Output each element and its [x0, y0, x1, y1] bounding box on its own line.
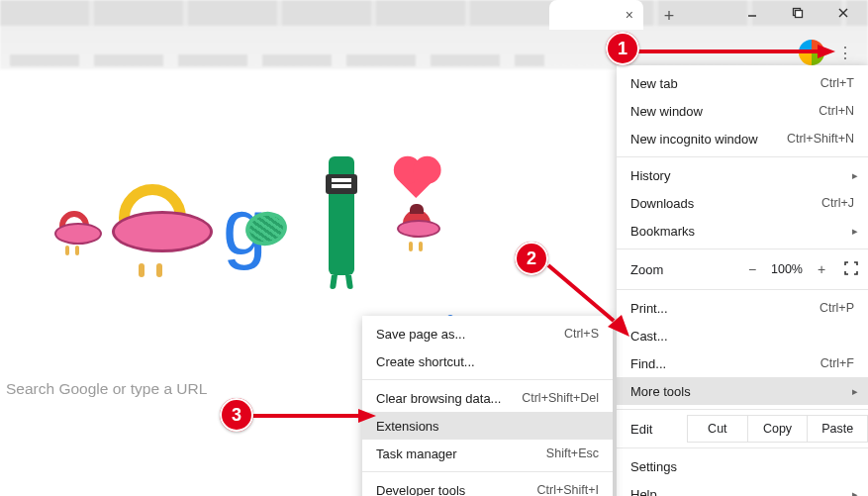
doodle-letter [403, 210, 431, 238]
menu-separator [617, 447, 868, 448]
heart-icon [398, 160, 435, 198]
menu-item-more-tools[interactable]: More tools [617, 377, 868, 405]
menu-separator [617, 248, 868, 249]
omnibox-placeholder-text: Search Google or type a URL [6, 380, 207, 398]
menu-item-downloads[interactable]: DownloadsCtrl+J [617, 189, 868, 217]
edit-label: Edit [630, 422, 688, 437]
annotation-marker-3: 3 [220, 398, 253, 432]
edit-cut-button[interactable]: Cut [687, 415, 748, 443]
zoom-out-button[interactable]: − [737, 257, 767, 281]
menu-item-new-incognito[interactable]: New incognito windowCtrl+Shift+N [617, 125, 868, 152]
maximize-button[interactable] [777, 0, 819, 26]
doodle-letter [329, 156, 354, 275]
svg-rect-2 [796, 11, 803, 18]
minimize-button[interactable] [731, 0, 773, 26]
menu-item-help[interactable]: Help [617, 480, 868, 496]
menu-item-bookmarks[interactable]: Bookmarks [617, 217, 868, 245]
doodle-letter [59, 211, 89, 241]
new-tab-button[interactable]: + [658, 5, 680, 27]
menu-separator [362, 471, 613, 472]
menu-item-new-tab[interactable]: New tabCtrl+T [617, 69, 868, 97]
menu-item-find[interactable]: Find...Ctrl+F [617, 349, 868, 377]
omnibox-placeholder[interactable]: Search Google or type a URL [0, 369, 257, 409]
zoom-label: Zoom [630, 262, 737, 277]
menu-item-settings[interactable]: Settings [617, 452, 868, 480]
menu-separator [617, 289, 868, 290]
menu-separator [362, 379, 613, 380]
submenu-save-page[interactable]: Save page as...Ctrl+S [362, 320, 613, 347]
chrome-main-menu: New tabCtrl+T New windowCtrl+N New incog… [617, 65, 868, 496]
submenu-devtools[interactable]: Developer toolsCtrl+Shift+I [362, 476, 613, 496]
submenu-extensions[interactable]: Extensions [362, 412, 613, 440]
close-window-button[interactable] [822, 0, 864, 26]
menu-item-print[interactable]: Print...Ctrl+P [617, 294, 868, 322]
edit-copy-button[interactable]: Copy [747, 415, 809, 443]
google-doodle[interactable]: g [0, 166, 554, 295]
submenu-task-manager[interactable]: Task managerShift+Esc [362, 440, 613, 467]
submenu-create-shortcut[interactable]: Create shortcut... [362, 347, 613, 375]
menu-item-history[interactable]: History [617, 161, 868, 189]
more-tools-submenu: Save page as...Ctrl+S Create shortcut...… [362, 316, 613, 496]
menu-item-cast[interactable]: Cast... [617, 322, 868, 349]
close-tab-icon[interactable]: × [626, 7, 633, 23]
annotation-marker-1: 1 [606, 32, 639, 65]
profile-avatar[interactable] [799, 40, 824, 65]
chrome-menu-button[interactable] [834, 42, 856, 63]
fullscreen-button[interactable] [844, 261, 858, 278]
edit-paste-button[interactable]: Paste [807, 415, 868, 443]
active-tab[interactable]: × [549, 0, 643, 30]
menu-separator [617, 156, 868, 157]
zoom-in-button[interactable]: + [807, 257, 836, 281]
menu-zoom-row: Zoom − 100% + [617, 253, 868, 285]
submenu-clear-data[interactable]: Clear browsing data...Ctrl+Shift+Del [362, 384, 613, 412]
menu-item-new-window[interactable]: New windowCtrl+N [617, 97, 868, 125]
zoom-value: 100% [767, 262, 807, 276]
menu-edit-row: Edit Cut Copy Paste [617, 414, 868, 444]
annotation-marker-2: 2 [515, 242, 548, 275]
window-controls [731, 0, 864, 26]
doodle-letter [119, 184, 186, 251]
menu-separator [617, 409, 868, 410]
svg-line-7 [548, 265, 614, 321]
